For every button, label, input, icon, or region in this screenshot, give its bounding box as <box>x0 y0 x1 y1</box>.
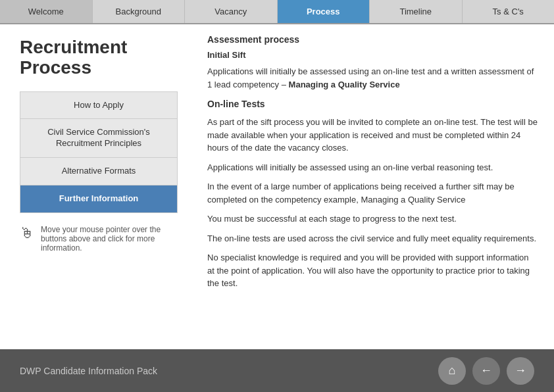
main-content: Recruitment Process How to Apply Civil S… <box>0 24 554 349</box>
nav-process[interactable]: Process <box>278 0 370 23</box>
right-panel: Assessment process Initial Sift Applicat… <box>197 24 554 349</box>
footer: DWP Candidate Information Pack ⌂ ← → <box>0 349 554 392</box>
sidebar-how-to-apply[interactable]: How to Apply <box>20 92 177 120</box>
assessment-title: Assessment process <box>207 34 538 45</box>
sidebar-hint: 🖰 Move your mouse pointer over the butto… <box>20 225 178 253</box>
mouse-icon: 🖰 <box>20 226 34 241</box>
nav-vacancy[interactable]: Vacancy <box>185 0 278 23</box>
online-para-3: In the event of a large number of applic… <box>207 180 538 206</box>
online-para-6: No specialist knowledge is required and … <box>207 251 538 290</box>
home-button[interactable]: ⌂ <box>438 357 466 385</box>
nav-timeline[interactable]: Timeline <box>370 0 463 23</box>
sidebar-civil-service[interactable]: Civil Service Commission'sRecruitment Pr… <box>20 119 177 158</box>
initial-sift-title: Initial Sift <box>207 50 538 60</box>
initial-sift-para: Applications will initially be assessed … <box>207 65 538 91</box>
next-button[interactable]: → <box>507 357 534 385</box>
sidebar-further-info[interactable]: Further Information <box>20 185 177 212</box>
online-para-1: As part of the sift process you will be … <box>207 116 538 155</box>
left-panel: Recruitment Process How to Apply Civil S… <box>0 24 197 349</box>
top-navigation: Welcome Background Vacancy Process Timel… <box>0 0 554 24</box>
nav-tcs[interactable]: Ts & C's <box>463 0 555 23</box>
sidebar-menu: How to Apply Civil Service Commission'sR… <box>20 91 178 213</box>
footer-title: DWP Candidate Information Pack <box>20 366 157 376</box>
online-para-5: The on-line tests are used across the ci… <box>207 232 538 245</box>
footer-navigation: ⌂ ← → <box>438 357 534 385</box>
online-para-4: You must be successful at each stage to … <box>207 212 538 226</box>
nav-background[interactable]: Background <box>93 0 186 23</box>
online-para-2: Applications will initially be assessed … <box>207 161 538 174</box>
lead-competency: Managing a Quality Service <box>289 80 400 89</box>
back-button[interactable]: ← <box>472 357 500 385</box>
page-title: Recruitment Process <box>20 37 178 78</box>
sidebar-alt-formats[interactable]: Alternative Formats <box>20 158 177 185</box>
online-tests-title: On-line Tests <box>207 99 538 109</box>
hint-text: Move your mouse pointer over the buttons… <box>41 225 178 253</box>
nav-welcome[interactable]: Welcome <box>0 0 93 23</box>
